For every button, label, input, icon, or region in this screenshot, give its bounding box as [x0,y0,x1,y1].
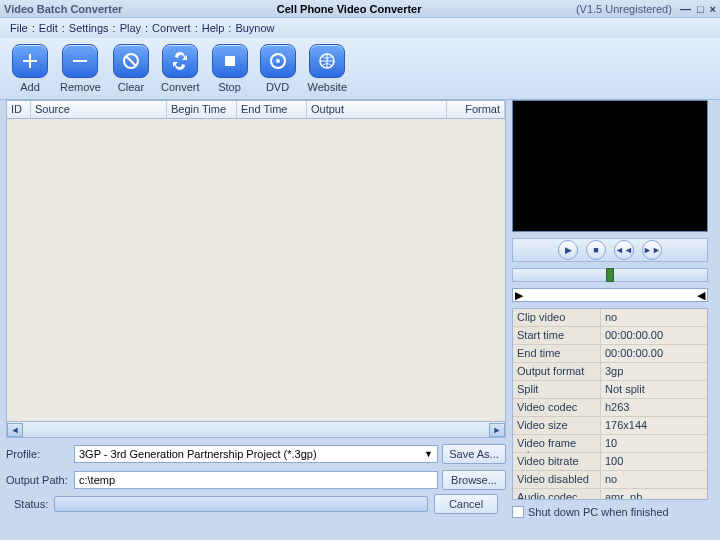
property-row[interactable]: Video size176x144 [513,417,707,435]
property-row[interactable]: Output format3gp [513,363,707,381]
profile-label: Profile: [6,448,70,460]
menu-settings[interactable]: Settings [65,22,113,34]
property-row[interactable]: Start time00:00:00.00 [513,327,707,345]
chevron-down-icon: ▼ [424,449,433,459]
property-key: Video codec [513,399,601,416]
property-key: Video frame rate [513,435,601,452]
property-key: Start time [513,327,601,344]
seek-left-icon[interactable]: ▶ [515,289,523,302]
toolbar: Add Remove Clear Convert Stop DVD Websit… [0,38,720,100]
property-row[interactable]: Video codech263 [513,399,707,417]
save-as-button[interactable]: Save As... [442,444,506,464]
col-format[interactable]: Format [447,101,505,118]
status-label: Status: [14,498,48,510]
plus-icon [20,51,40,71]
clear-icon [121,51,141,71]
seek-right-icon[interactable]: ◀ [697,289,705,302]
menu-file[interactable]: File [6,22,32,34]
title-bar: Video Batch Converter Cell Phone Video C… [0,0,720,18]
property-row[interactable]: Video disabledno [513,471,707,489]
menu-edit[interactable]: Edit [35,22,62,34]
progress-bar [54,496,428,512]
profile-combo[interactable]: 3GP - 3rd Generation Partnership Project… [74,445,438,463]
add-button[interactable]: Add [12,44,48,93]
stop-icon [220,51,240,71]
convert-icon [170,51,190,71]
table-header: ID Source Begin Time End Time Output For… [7,101,505,119]
col-id[interactable]: ID [7,101,31,118]
file-table[interactable]: ID Source Begin Time End Time Output For… [6,100,506,438]
col-output[interactable]: Output [307,101,447,118]
col-begin[interactable]: Begin Time [167,101,237,118]
properties-panel: Clip videonoStart time00:00:00.00End tim… [512,308,708,500]
convert-button[interactable]: Convert [161,44,200,93]
property-value[interactable]: 3gp [601,363,707,380]
minus-icon [70,51,90,71]
col-end[interactable]: End Time [237,101,307,118]
property-row[interactable]: Audio codecamr_nb [513,489,707,500]
menu-buynow[interactable]: Buynow [231,22,278,34]
property-row[interactable]: Video frame rate10 [513,435,707,453]
stop-button[interactable]: Stop [212,44,248,93]
menu-bar: File : Edit : Settings : Play : Convert … [0,18,720,38]
svg-rect-0 [73,60,87,62]
stop-playback-button[interactable]: ■ [586,240,606,260]
output-path-input[interactable]: c:\temp [74,471,438,489]
svg-point-5 [276,59,280,63]
property-value[interactable]: h263 [601,399,707,416]
property-key: Video bitrate [513,453,601,470]
browse-button[interactable]: Browse... [442,470,506,490]
property-key: Split [513,381,601,398]
version-label: (V1.5 Unregistered) [576,3,672,15]
minimize-button[interactable]: — [680,3,691,15]
scroll-left-icon[interactable]: ◄ [7,423,23,437]
scroll-right-icon[interactable]: ► [489,423,505,437]
property-key: Video disabled [513,471,601,488]
dvd-button[interactable]: DVD [260,44,296,93]
property-key: Video size [513,417,601,434]
maximize-button[interactable]: □ [697,3,704,15]
property-row[interactable]: Clip videono [513,309,707,327]
prev-button[interactable]: ◄◄ [614,240,634,260]
cancel-button[interactable]: Cancel [434,494,498,514]
property-value[interactable]: no [601,309,707,326]
app-subtitle: Video Batch Converter [4,3,122,15]
property-row[interactable]: End time00:00:00.00 [513,345,707,363]
website-button[interactable]: Website [308,44,348,93]
next-button[interactable]: ►► [642,240,662,260]
property-value[interactable]: amr_nb [601,489,707,500]
property-value[interactable]: Not split [601,381,707,398]
close-button[interactable]: × [710,3,716,15]
playback-controls: ▶ ■ ◄◄ ►► [512,238,708,262]
property-value[interactable]: 100 [601,453,707,470]
menu-play[interactable]: Play [116,22,145,34]
output-path-label: Output Path: [6,474,70,486]
globe-icon [317,51,337,71]
position-slider[interactable] [512,268,708,282]
property-row[interactable]: Video bitrate100 [513,453,707,471]
property-value[interactable]: 10 [601,435,707,452]
remove-button[interactable]: Remove [60,44,101,93]
svg-rect-3 [225,56,235,66]
property-key: Clip video [513,309,601,326]
clear-button[interactable]: Clear [113,44,149,93]
property-value[interactable]: 00:00:00.00 [601,345,707,362]
app-title: Cell Phone Video Converter [122,3,576,15]
property-key: Audio codec [513,489,601,500]
property-value[interactable]: 176x144 [601,417,707,434]
property-key: Output format [513,363,601,380]
col-source[interactable]: Source [31,101,167,118]
dvd-icon [268,51,288,71]
property-value[interactable]: no [601,471,707,488]
slider-thumb[interactable] [606,268,614,282]
menu-convert[interactable]: Convert [148,22,195,34]
play-button[interactable]: ▶ [558,240,578,260]
menu-help[interactable]: Help [198,22,229,34]
property-row[interactable]: SplitNot split [513,381,707,399]
shutdown-checkbox[interactable] [512,506,524,518]
property-value[interactable]: 00:00:00.00 [601,327,707,344]
table-hscroll[interactable]: ◄ ► [7,421,505,437]
video-preview [512,100,708,232]
shutdown-checkbox-row[interactable]: Shut down PC when finished [512,506,708,518]
seek-bar[interactable]: ▶ ◀ [512,288,708,302]
